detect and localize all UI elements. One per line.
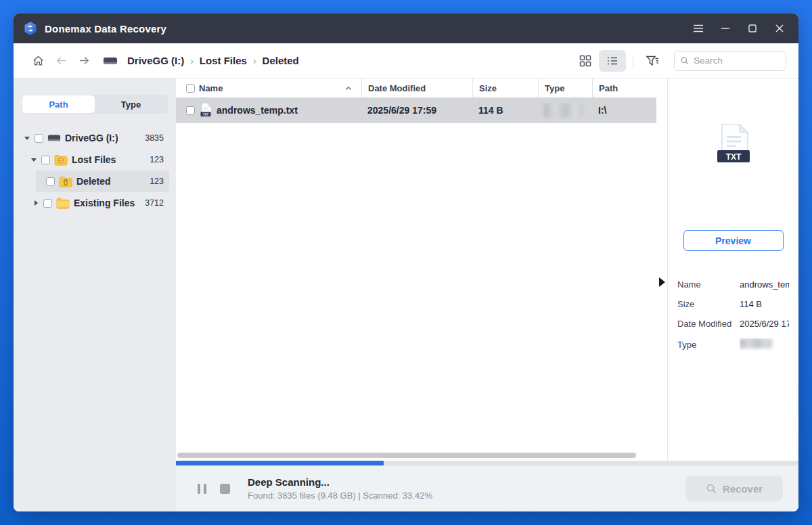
forward-arrow-icon bbox=[78, 54, 91, 67]
folder-icon bbox=[56, 198, 70, 209]
column-label: Path bbox=[599, 83, 618, 93]
column-label: Size bbox=[479, 83, 497, 93]
file-row-checkbox[interactable] bbox=[186, 106, 195, 115]
tree-item-deleted[interactable]: Deleted 123 bbox=[36, 170, 169, 192]
scan-status-text: Deep Scanning... Found: 3835 files (9.48… bbox=[248, 476, 432, 501]
redacted-file-type bbox=[544, 104, 583, 117]
tree-checkbox-existing-files[interactable] bbox=[43, 199, 52, 208]
breadcrumb-item-deleted[interactable]: Deleted bbox=[263, 55, 299, 66]
detail-label: Name bbox=[677, 279, 740, 290]
detail-label: Size bbox=[677, 299, 740, 309]
tree-item-count: 123 bbox=[150, 177, 164, 186]
folder-deleted-icon bbox=[59, 176, 72, 187]
minimize-icon bbox=[721, 24, 729, 32]
sidebar-tabs: Path Type bbox=[22, 95, 168, 114]
grid-view-icon bbox=[579, 55, 591, 67]
app-window: Donemax Data Recovery bbox=[14, 14, 798, 511]
detail-label: Type bbox=[677, 340, 740, 350]
drive-icon bbox=[47, 133, 61, 144]
list-view-button[interactable] bbox=[599, 50, 626, 72]
tree-item-label: Deleted bbox=[76, 176, 111, 187]
column-header-date-modified[interactable]: Date Modified bbox=[361, 78, 472, 97]
column-header-size[interactable]: Size bbox=[472, 78, 538, 97]
tab-type[interactable]: Type bbox=[95, 95, 167, 113]
grid-view-button[interactable] bbox=[572, 50, 599, 72]
detail-label: Date Modified bbox=[677, 319, 740, 329]
list-view-icon bbox=[606, 55, 618, 67]
search-icon bbox=[680, 55, 689, 66]
status-bar: Deep Scanning... Found: 3835 files (9.48… bbox=[176, 465, 798, 511]
breadcrumb-item-lost-files[interactable]: Lost Files bbox=[200, 55, 247, 66]
back-button[interactable] bbox=[51, 51, 70, 70]
app-logo-icon bbox=[23, 21, 38, 36]
minimize-button[interactable] bbox=[716, 19, 735, 38]
maximize-button[interactable] bbox=[743, 19, 762, 38]
scan-status-detail: Found: 3835 files (9.48 GB) | Scanned: 3… bbox=[248, 490, 432, 501]
breadcrumb-separator: › bbox=[251, 55, 258, 66]
maximize-icon bbox=[748, 24, 757, 32]
file-row[interactable]: TXT androws_temp.txt 2025/6/29 17:59 114… bbox=[176, 97, 656, 123]
horizontal-scrollbar-thumb[interactable] bbox=[177, 453, 636, 458]
file-list: Name Date Modified Size Type bbox=[176, 78, 667, 461]
tree-item-existing-files[interactable]: Existing Files 3712 bbox=[14, 192, 176, 214]
sort-asc-icon bbox=[345, 86, 352, 91]
stop-scan-button[interactable] bbox=[218, 482, 231, 495]
folder-tree: DriveGG (I:) 3835 Lost Files 123 bbox=[14, 127, 176, 214]
file-list-header: Name Date Modified Size Type bbox=[176, 78, 667, 97]
menu-button[interactable] bbox=[689, 19, 708, 38]
breadcrumb-separator: › bbox=[188, 55, 196, 66]
tree-item-lost-files[interactable]: Lost Files 123 bbox=[14, 149, 176, 170]
detail-value-date: 2025/6/29 17:59 bbox=[740, 319, 789, 329]
tree-item-label: Existing Files bbox=[74, 198, 135, 208]
pause-icon bbox=[198, 484, 206, 494]
tab-path[interactable]: Path bbox=[22, 95, 95, 113]
preview-panel: TXT Preview Name androws_tem... Size 114… bbox=[667, 78, 798, 461]
file-date-modified: 2025/6/29 17:59 bbox=[367, 105, 436, 116]
close-icon bbox=[775, 24, 784, 32]
search-icon bbox=[706, 483, 717, 494]
tree-item-drivegg[interactable]: DriveGG (I:) 3835 bbox=[14, 127, 176, 149]
forward-button[interactable] bbox=[74, 51, 93, 70]
scan-progress-fill bbox=[176, 461, 384, 465]
breadcrumb-item-drive[interactable]: DriveGG (I:) bbox=[127, 55, 184, 66]
file-path: I:\ bbox=[598, 105, 606, 116]
tree-item-count: 3835 bbox=[145, 133, 164, 143]
column-header-path[interactable]: Path bbox=[592, 78, 667, 97]
back-arrow-icon bbox=[55, 54, 68, 67]
app-title: Donemax Data Recovery bbox=[45, 23, 166, 35]
tree-checkbox-lost-files[interactable] bbox=[41, 156, 50, 164]
pause-scan-button[interactable] bbox=[195, 482, 208, 495]
caret-down-icon[interactable] bbox=[30, 158, 37, 162]
recover-button[interactable]: Recover bbox=[685, 476, 783, 501]
filter-button[interactable] bbox=[640, 50, 664, 72]
column-label: Type bbox=[545, 83, 564, 93]
toolbar-right bbox=[572, 50, 786, 72]
column-header-type[interactable]: Type bbox=[538, 78, 592, 97]
caret-down-icon[interactable] bbox=[24, 137, 30, 140]
detail-value-size: 114 B bbox=[740, 299, 789, 309]
file-size: 114 B bbox=[478, 105, 503, 116]
close-button[interactable] bbox=[770, 19, 789, 38]
txt-file-preview-icon: TXT bbox=[713, 123, 754, 170]
tree-checkbox-drivegg[interactable] bbox=[35, 134, 43, 143]
scan-progress-bar bbox=[176, 461, 798, 465]
breadcrumb: DriveGG (I:) › Lost Files › Deleted bbox=[103, 55, 299, 66]
tree-item-count: 3712 bbox=[145, 198, 164, 208]
home-icon bbox=[32, 54, 45, 67]
txt-file-icon: TXT bbox=[199, 102, 212, 118]
scan-status-title: Deep Scanning... bbox=[248, 476, 432, 488]
column-header-name[interactable]: Name bbox=[176, 78, 361, 97]
search-input[interactable] bbox=[694, 55, 780, 66]
select-all-checkbox[interactable] bbox=[186, 84, 195, 93]
preview-button[interactable]: Preview bbox=[683, 230, 784, 251]
detail-value-type bbox=[740, 338, 789, 350]
collapse-panel-handle[interactable] bbox=[659, 277, 665, 287]
caret-right-icon[interactable] bbox=[32, 200, 39, 206]
home-button[interactable] bbox=[28, 51, 47, 70]
file-details: Name androws_tem... Size 114 B Date Modi… bbox=[668, 279, 798, 350]
folder-lost-icon bbox=[54, 154, 68, 166]
tree-checkbox-deleted[interactable] bbox=[46, 177, 55, 186]
redacted-type-value bbox=[740, 338, 772, 348]
detail-value-name: androws_tem... bbox=[740, 279, 789, 290]
tree-item-label: DriveGG (I:) bbox=[65, 133, 118, 143]
